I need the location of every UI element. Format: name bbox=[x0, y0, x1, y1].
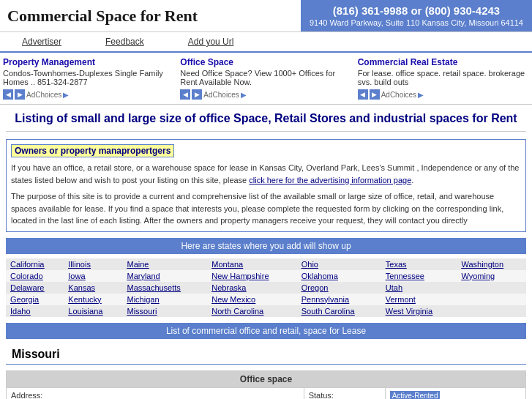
ad-property-management-link[interactable]: Property Management bbox=[3, 57, 95, 67]
ad-commercial-real-estate-link[interactable]: Commercial Real Estate bbox=[358, 57, 458, 67]
state-cell[interactable]: Wyoming bbox=[457, 270, 526, 282]
state-cell[interactable]: Kentucky bbox=[64, 294, 122, 305]
ad-prev-2[interactable]: ◀ bbox=[180, 89, 190, 100]
list-heading: List of commercial office and retail, sp… bbox=[6, 323, 526, 339]
ad-nav-1: ◀ ▶ bbox=[3, 89, 25, 100]
status-label: Status: bbox=[309, 391, 334, 400]
state-cell[interactable]: Vermont bbox=[381, 294, 457, 305]
phone-number: (816) 361-9988 or (800) 930-4243 bbox=[310, 4, 523, 17]
contact-info: (816) 361-9988 or (800) 930-4243 9140 Wa… bbox=[301, 0, 532, 31]
ad-next-3[interactable]: ▶ bbox=[370, 89, 380, 100]
ad-next-1[interactable]: ▶ bbox=[15, 89, 25, 100]
ad-choices-3: ◀ ▶ AdChoices ▶ bbox=[358, 89, 529, 100]
state-cell bbox=[457, 282, 526, 294]
office-table-header: Office space bbox=[7, 370, 526, 387]
owners-box: Owners or property manapropertgers If yo… bbox=[6, 139, 526, 232]
ad-choices-1: ◀ ▶ AdChoices ▶ bbox=[3, 89, 174, 100]
ad-property-management-desc: Condos-Townhomes-Duplexes Single Family … bbox=[3, 69, 174, 86]
state-cell bbox=[457, 305, 526, 317]
ad-choices-label-3: AdChoices bbox=[381, 91, 416, 99]
ad-prev-1[interactable]: ◀ bbox=[3, 89, 13, 100]
ad-office-space: Office Space Need Office Space? View 100… bbox=[180, 57, 351, 100]
state-cell[interactable]: Washington bbox=[457, 258, 526, 270]
state-cell[interactable]: West Virginia bbox=[381, 305, 457, 317]
ad-choices-icon-2: ▶ bbox=[241, 91, 247, 99]
table-row: Address: Status: Active-Rented bbox=[7, 387, 526, 399]
state-cell[interactable]: Delaware bbox=[6, 282, 64, 294]
state-cell[interactable]: Ohio bbox=[297, 258, 381, 270]
state-cell[interactable]: Louisiana bbox=[64, 305, 122, 317]
state-cell[interactable]: Missouri bbox=[122, 305, 207, 317]
main-heading: Listing of small and large size of offic… bbox=[6, 112, 526, 132]
ad-office-space-link[interactable]: Office Space bbox=[180, 57, 233, 67]
state-cell[interactable]: Maine bbox=[122, 258, 207, 270]
state-cell[interactable]: Oregon bbox=[297, 282, 381, 294]
owners-text-2: The purpose of this site is to provide a… bbox=[11, 190, 521, 227]
ads-section: Property Management Condos-Townhomes-Dup… bbox=[0, 53, 532, 105]
state-title: Missouri bbox=[6, 345, 526, 365]
ad-prev-3[interactable]: ◀ bbox=[358, 89, 368, 100]
nav-feedback[interactable]: Feedback bbox=[83, 35, 166, 48]
address: 9140 Ward Parkway, Suite 110 Kansas City… bbox=[310, 18, 523, 27]
state-cell[interactable]: Massachusetts bbox=[122, 282, 207, 294]
ad-next-2[interactable]: ▶ bbox=[192, 89, 202, 100]
ad-choices-label-1: AdChoices bbox=[26, 91, 61, 99]
office-table: Office space Address: Status: Active-Ren… bbox=[6, 370, 526, 400]
states-table: CaliforniaIllinoisMaineMontanaOhioTexasW… bbox=[6, 258, 526, 317]
state-cell[interactable]: New Mexico bbox=[207, 294, 296, 305]
nav-bar: Advertiser Feedback Add you Url bbox=[0, 32, 532, 53]
states-header: Here are states where you add will show … bbox=[6, 238, 526, 254]
state-cell[interactable]: Texas bbox=[381, 258, 457, 270]
owners-text-1: If you have an office, a retail store, o… bbox=[11, 162, 521, 186]
ad-commercial-real-estate: Commercial Real Estate For lease. office… bbox=[358, 57, 529, 100]
state-cell[interactable]: Illinois bbox=[64, 258, 122, 270]
state-cell[interactable]: Oklahoma bbox=[297, 270, 381, 282]
state-cell[interactable]: Kansas bbox=[64, 282, 122, 294]
nav-add-url[interactable]: Add you Url bbox=[166, 35, 256, 48]
advertising-info-link[interactable]: click here for the advertising informati… bbox=[249, 176, 411, 184]
owners-title: Owners or property manapropertgers bbox=[11, 144, 174, 157]
state-cell[interactable]: California bbox=[6, 258, 64, 270]
state-cell bbox=[457, 294, 526, 305]
ad-choices-icon-1: ▶ bbox=[63, 91, 69, 99]
ad-choices-label-2: AdChoices bbox=[203, 91, 239, 99]
state-cell[interactable]: Pennsylvania bbox=[297, 294, 381, 305]
ad-choices-icon-3: ▶ bbox=[418, 91, 424, 99]
state-cell[interactable]: Idaho bbox=[6, 305, 64, 317]
state-cell[interactable]: North Carolina bbox=[207, 305, 296, 317]
ad-commercial-real-estate-desc: For lease. office space. retail space. b… bbox=[358, 69, 529, 86]
state-cell[interactable]: Montana bbox=[207, 258, 296, 270]
site-title: Commercial Space for Rent bbox=[0, 1, 301, 31]
state-cell[interactable]: Nebraska bbox=[207, 282, 296, 294]
state-cell[interactable]: Utah bbox=[381, 282, 457, 294]
status-badge: Active-Rented bbox=[390, 391, 441, 400]
state-cell[interactable]: Michigan bbox=[122, 294, 207, 305]
state-cell[interactable]: South Carolina bbox=[297, 305, 381, 317]
state-cell[interactable]: Tennessee bbox=[381, 270, 457, 282]
state-cell[interactable]: New Hampshire bbox=[207, 270, 296, 282]
state-cell[interactable]: Maryland bbox=[122, 270, 207, 282]
status-value-cell: Active-Rented bbox=[385, 387, 525, 399]
ad-nav-3: ◀ ▶ bbox=[358, 89, 380, 100]
state-cell[interactable]: Colorado bbox=[6, 270, 64, 282]
ad-nav-2: ◀ ▶ bbox=[180, 89, 202, 100]
status-cell: Status: bbox=[304, 387, 385, 399]
state-cell[interactable]: Iowa bbox=[64, 270, 122, 282]
ad-choices-2: ◀ ▶ AdChoices ▶ bbox=[180, 89, 351, 100]
address-label: Address: bbox=[11, 391, 42, 400]
nav-advertiser[interactable]: Advertiser bbox=[0, 35, 83, 48]
states-section: Here are states where you add will show … bbox=[6, 238, 526, 317]
address-cell: Address: bbox=[7, 387, 304, 399]
ad-office-space-desc: Need Office Space? View 1000+ Offices fo… bbox=[180, 69, 351, 86]
ad-property-management: Property Management Condos-Townhomes-Dup… bbox=[3, 57, 174, 100]
state-cell[interactable]: Georgia bbox=[6, 294, 64, 305]
